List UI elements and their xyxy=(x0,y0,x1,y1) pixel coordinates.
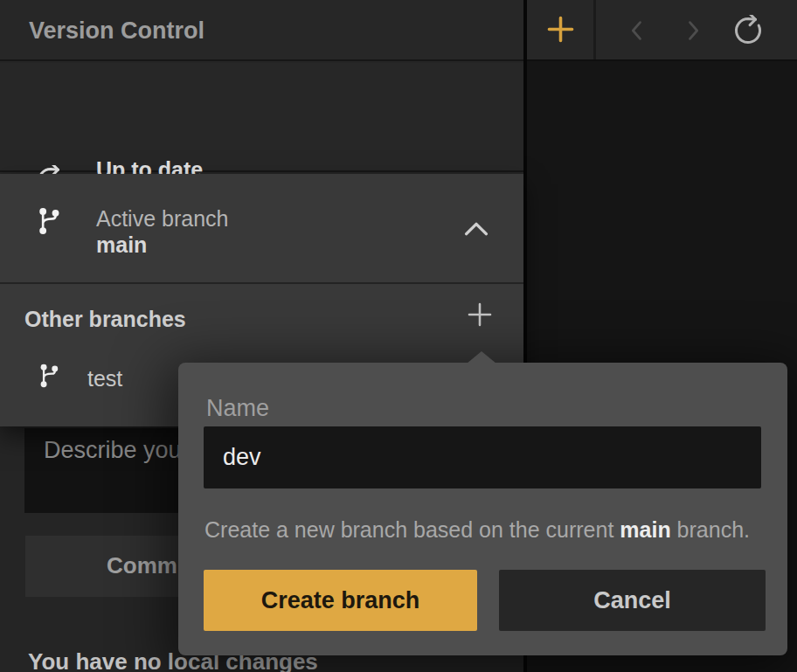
active-branch-row[interactable]: Active branch main xyxy=(0,174,523,284)
dialog-description: Create a new branch based on the current… xyxy=(204,517,750,543)
chevron-up-icon[interactable] xyxy=(461,218,491,240)
cancel-button[interactable]: Cancel xyxy=(499,570,766,631)
refresh-icon[interactable] xyxy=(732,15,764,46)
active-branch-label: Active branch xyxy=(96,205,228,232)
dialog-caret xyxy=(467,351,496,364)
branch-name: test xyxy=(87,366,122,391)
other-branches-header: Other branches xyxy=(0,286,523,350)
description-suffix: branch. xyxy=(671,517,750,542)
forward-chevron-icon[interactable] xyxy=(682,18,704,43)
panel-header: Version Control xyxy=(0,0,523,61)
version-control-window: Version Control Up to date Last updated … xyxy=(0,0,797,672)
other-branches-label: Other branches xyxy=(24,307,186,332)
active-branch-text: Active branch main xyxy=(96,205,228,258)
git-branch-icon xyxy=(38,363,61,389)
create-branch-button[interactable]: Create branch xyxy=(204,570,477,631)
dialog-buttons-row: Create branch Cancel xyxy=(178,570,787,631)
git-branch-icon xyxy=(37,206,63,236)
add-button[interactable] xyxy=(527,0,596,59)
create-branch-dialog: Name Create a new branch based on the cu… xyxy=(178,363,787,655)
name-field-label: Name xyxy=(206,395,269,422)
sync-status-section: Up to date Last updated 15:29 xyxy=(0,63,523,172)
description-branch-name: main xyxy=(620,517,670,542)
toolbar xyxy=(527,0,797,61)
page-title: Version Control xyxy=(29,0,204,61)
branch-name-input[interactable] xyxy=(204,426,761,488)
description-prefix: Create a new branch based on the current xyxy=(204,517,620,542)
back-chevron-icon[interactable] xyxy=(626,18,648,43)
active-branch-name: main xyxy=(96,232,228,258)
add-branch-icon[interactable] xyxy=(465,300,495,329)
plus-icon xyxy=(546,15,575,44)
